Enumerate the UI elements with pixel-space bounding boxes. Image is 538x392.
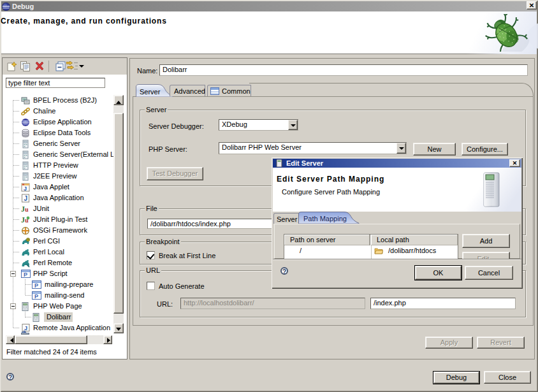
svg-text:u: u <box>25 206 29 213</box>
svg-text:P: P <box>34 293 38 300</box>
svg-text:J: J <box>24 195 28 202</box>
svg-text:P: P <box>34 282 38 289</box>
svg-text:J: J <box>24 325 27 331</box>
svg-text:P: P <box>24 272 27 278</box>
svg-text:J: J <box>24 185 27 192</box>
